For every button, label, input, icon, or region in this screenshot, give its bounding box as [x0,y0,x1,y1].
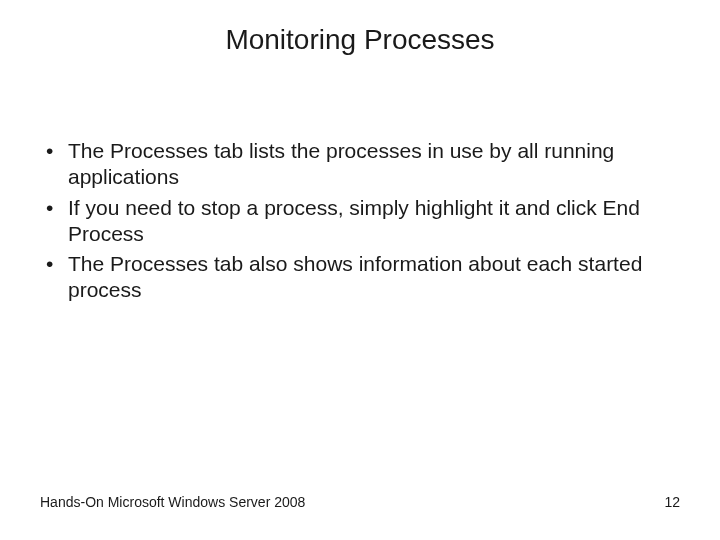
bullet-item: The Processes tab lists the processes in… [40,138,680,191]
bullet-list: The Processes tab lists the processes in… [40,138,680,304]
slide: Monitoring Processes The Processes tab l… [0,0,720,540]
bullet-text: The Processes tab lists the processes in… [68,139,614,188]
slide-title: Monitoring Processes [0,24,720,56]
bullet-text: The Processes tab also shows information… [68,252,642,301]
bullet-item: If you need to stop a process, simply hi… [40,195,680,248]
footer-source: Hands-On Microsoft Windows Server 2008 [40,494,305,510]
bullet-item: The Processes tab also shows information… [40,251,680,304]
page-number: 12 [664,494,680,510]
bullet-text: If you need to stop a process, simply hi… [68,196,640,245]
slide-body: The Processes tab lists the processes in… [40,138,680,308]
